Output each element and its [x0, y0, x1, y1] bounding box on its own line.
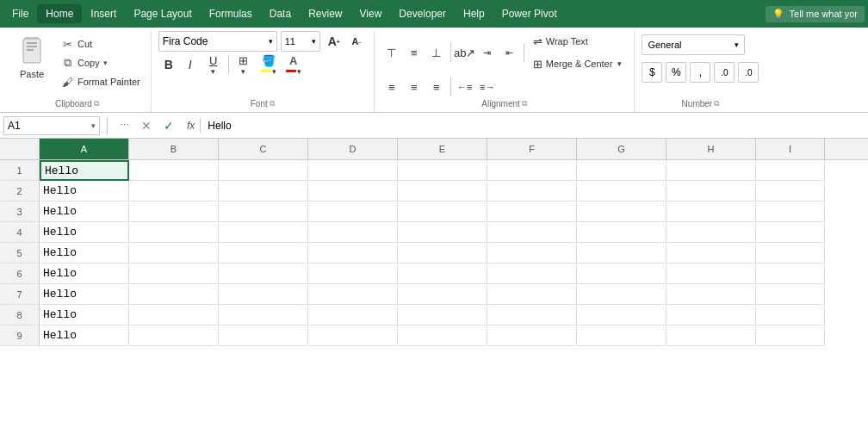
cell-H3[interactable]	[666, 202, 756, 222]
increase-font-size-button[interactable]: A+	[324, 31, 344, 52]
percent-style-button[interactable]: %	[666, 62, 686, 83]
cell-D6[interactable]	[308, 264, 398, 284]
cell-A1[interactable]: Hello	[40, 160, 129, 181]
cell-E6[interactable]	[398, 264, 487, 284]
row-number-3[interactable]: 3	[0, 202, 40, 222]
col-header-e[interactable]: E	[398, 139, 487, 159]
cell-B4[interactable]	[129, 222, 219, 243]
cell-G8[interactable]	[577, 305, 666, 326]
cell-H6[interactable]	[666, 264, 756, 284]
cell-C1[interactable]	[219, 160, 308, 181]
cell-I7[interactable]	[756, 284, 825, 305]
merge-center-button[interactable]: ⊞ Merge & Center ▾	[528, 53, 628, 74]
cell-E8[interactable]	[398, 305, 487, 326]
cancel-formula-button[interactable]: ✕	[137, 116, 156, 135]
cell-F6[interactable]	[487, 264, 577, 284]
font-color-button[interactable]: A ▾	[282, 54, 306, 75]
align-top-button[interactable]: ⊤	[381, 42, 402, 63]
format-painter-button[interactable]: 🖌 Format Painter	[57, 72, 144, 91]
cell-A8[interactable]: Hello	[40, 305, 129, 326]
cut-button[interactable]: ✂ Cut	[57, 34, 144, 53]
cell-H2[interactable]	[666, 181, 756, 202]
borders-button[interactable]: ⊞ ▾	[232, 54, 256, 75]
decrease-decimal-button[interactable]: .0	[738, 62, 759, 83]
row-number-9[interactable]: 9	[0, 326, 40, 346]
cell-C6[interactable]	[219, 264, 308, 284]
cell-I3[interactable]	[756, 202, 825, 222]
cell-G4[interactable]	[577, 222, 666, 243]
menu-item-insert[interactable]: Insert	[82, 4, 125, 23]
row-number-6[interactable]: 6	[0, 264, 40, 284]
col-header-i[interactable]: I	[756, 139, 825, 159]
wrap-text-button[interactable]: ⇌ Wrap Text	[528, 31, 628, 52]
cell-B6[interactable]	[129, 264, 219, 284]
menu-item-formulas[interactable]: Formulas	[201, 4, 261, 23]
row-number-4[interactable]: 4	[0, 222, 40, 243]
cell-F1[interactable]	[487, 160, 577, 181]
cell-A6[interactable]: Hello	[40, 264, 129, 284]
copy-button[interactable]: ⧉ Copy ▾	[57, 53, 144, 72]
row-number-1[interactable]: 1	[0, 160, 40, 181]
cell-G5[interactable]	[577, 243, 666, 264]
cell-B8[interactable]	[129, 305, 219, 326]
cell-B9[interactable]	[129, 326, 219, 346]
comma-style-button[interactable]: ,	[690, 62, 710, 83]
cell-E7[interactable]	[398, 284, 487, 305]
row-number-2[interactable]: 2	[0, 181, 40, 202]
cell-C5[interactable]	[219, 243, 308, 264]
cell-B1[interactable]	[129, 160, 219, 181]
increase-decimal-button[interactable]: .0	[714, 62, 735, 83]
col-header-a[interactable]: A	[40, 139, 129, 159]
cell-D3[interactable]	[308, 202, 398, 222]
cell-G2[interactable]	[577, 181, 666, 202]
cell-H9[interactable]	[666, 326, 756, 346]
cell-E4[interactable]	[398, 222, 487, 243]
decrease-indent2-button[interactable]: ←≡	[455, 77, 475, 97]
col-header-f[interactable]: F	[487, 139, 577, 159]
accounting-format-button[interactable]: $	[642, 62, 662, 83]
cell-B7[interactable]	[129, 284, 219, 305]
cell-E5[interactable]	[398, 243, 487, 264]
confirm-formula-button[interactable]: ✓	[159, 116, 178, 135]
cell-F9[interactable]	[487, 326, 577, 346]
align-bottom-button[interactable]: ⊥	[426, 42, 447, 63]
cell-H4[interactable]	[666, 222, 756, 243]
expand-formula-bar-button[interactable]: ⋯	[115, 116, 133, 135]
menu-item-power-pivot[interactable]: Power Pivot	[493, 4, 566, 23]
cell-E1[interactable]	[398, 160, 487, 181]
col-header-g[interactable]: G	[577, 139, 666, 159]
cell-F3[interactable]	[487, 202, 577, 222]
cell-D1[interactable]	[308, 160, 398, 181]
font-family-select[interactable]: Fira Code ▾	[158, 31, 277, 52]
cell-C7[interactable]	[219, 284, 308, 305]
cell-D2[interactable]	[308, 181, 398, 202]
text-direction-button[interactable]: ab↗	[455, 42, 475, 63]
col-header-h[interactable]: H	[666, 139, 756, 159]
menu-item-developer[interactable]: Developer	[390, 4, 455, 23]
cell-A5[interactable]: Hello	[40, 243, 129, 264]
cell-G1[interactable]	[577, 160, 666, 181]
cell-F7[interactable]	[487, 284, 577, 305]
cell-H5[interactable]	[666, 243, 756, 264]
alignment-expander[interactable]: ⧉	[522, 99, 527, 108]
font-size-select[interactable]: 11 ▾	[281, 31, 320, 52]
cell-C3[interactable]	[219, 202, 308, 222]
tell-me-search[interactable]: 💡 Tell me what yor	[766, 6, 865, 22]
cell-H8[interactable]	[666, 305, 756, 326]
menu-item-file[interactable]: File	[3, 4, 37, 23]
cell-I9[interactable]	[756, 326, 825, 346]
font-expander[interactable]: ⧉	[270, 99, 275, 108]
cell-I4[interactable]	[756, 222, 825, 243]
bold-button[interactable]: B	[158, 54, 179, 75]
cell-A3[interactable]: Hello	[40, 202, 129, 222]
col-header-c[interactable]: C	[219, 139, 308, 159]
align-center-button[interactable]: ≡	[404, 77, 425, 97]
cell-C2[interactable]	[219, 181, 308, 202]
cell-A4[interactable]: Hello	[40, 222, 129, 243]
cell-I1[interactable]	[756, 160, 825, 181]
cell-A2[interactable]: Hello	[40, 181, 129, 202]
formula-input[interactable]	[204, 120, 865, 132]
cell-I2[interactable]	[756, 181, 825, 202]
cell-I5[interactable]	[756, 243, 825, 264]
menu-item-page-layout[interactable]: Page Layout	[125, 4, 200, 23]
